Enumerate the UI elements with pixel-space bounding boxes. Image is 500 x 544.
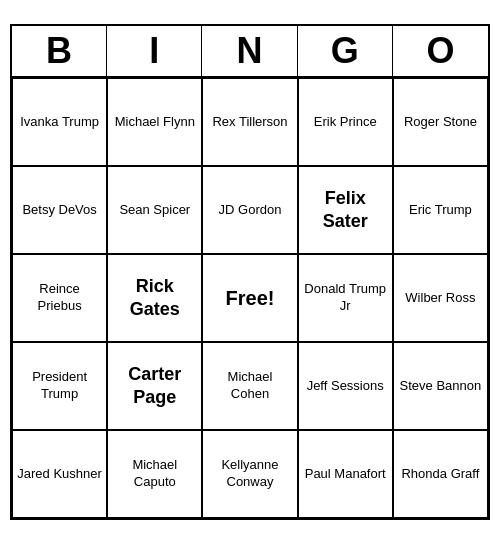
bingo-cell-9: Eric Trump <box>393 166 488 254</box>
bingo-cell-11: Rick Gates <box>107 254 202 342</box>
bingo-cell-6: Sean Spicer <box>107 166 202 254</box>
bingo-cell-10: Reince Priebus <box>12 254 107 342</box>
bingo-cell-15: President Trump <box>12 342 107 430</box>
header-letter-o: O <box>393 26 488 76</box>
bingo-cell-7: JD Gordon <box>202 166 297 254</box>
bingo-cell-20: Jared Kushner <box>12 430 107 518</box>
header-letter-n: N <box>202 26 297 76</box>
bingo-cell-23: Paul Manafort <box>298 430 393 518</box>
bingo-cell-16: Carter Page <box>107 342 202 430</box>
bingo-grid: Ivanka TrumpMichael FlynnRex TillersonEr… <box>12 78 488 518</box>
bingo-card: BINGO Ivanka TrumpMichael FlynnRex Tille… <box>10 24 490 520</box>
bingo-cell-22: Kellyanne Conway <box>202 430 297 518</box>
bingo-cell-19: Steve Bannon <box>393 342 488 430</box>
bingo-cell-0: Ivanka Trump <box>12 78 107 166</box>
header-letter-b: B <box>12 26 107 76</box>
bingo-cell-24: Rhonda Graff <box>393 430 488 518</box>
bingo-cell-8: Felix Sater <box>298 166 393 254</box>
bingo-cell-3: Erik Prince <box>298 78 393 166</box>
bingo-cell-12: Free! <box>202 254 297 342</box>
header-letter-i: I <box>107 26 202 76</box>
bingo-cell-21: Michael Caputo <box>107 430 202 518</box>
bingo-cell-17: Michael Cohen <box>202 342 297 430</box>
bingo-cell-14: Wilber Ross <box>393 254 488 342</box>
bingo-cell-4: Roger Stone <box>393 78 488 166</box>
bingo-cell-2: Rex Tillerson <box>202 78 297 166</box>
bingo-cell-18: Jeff Sessions <box>298 342 393 430</box>
bingo-header: BINGO <box>12 26 488 78</box>
bingo-cell-13: Donald Trump Jr <box>298 254 393 342</box>
header-letter-g: G <box>298 26 393 76</box>
bingo-cell-1: Michael Flynn <box>107 78 202 166</box>
bingo-cell-5: Betsy DeVos <box>12 166 107 254</box>
